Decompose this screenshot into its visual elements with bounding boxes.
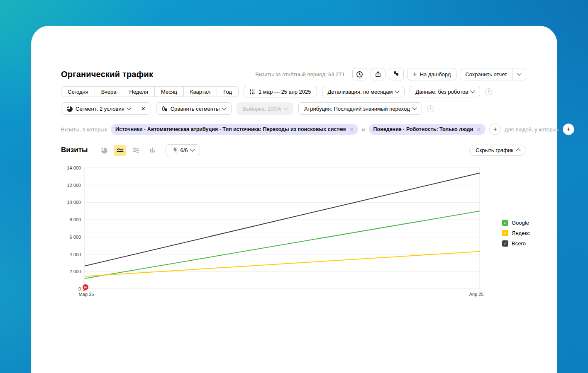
- segment-label: Сегмент: 2 условия: [76, 106, 124, 112]
- legend-checkbox-icon[interactable]: ✓: [502, 240, 508, 247]
- add-to-dashboard-label: На дашборд: [420, 71, 451, 78]
- column-chart-icon: [149, 147, 156, 153]
- segment-button[interactable]: Сегмент: 2 условия: [61, 103, 136, 114]
- segment-row: Сегмент: 2 условия ✕ Сравнить сегменты В…: [61, 103, 434, 114]
- chart-type-line-button[interactable]: [114, 145, 126, 156]
- tab-yesterday[interactable]: Вчера: [95, 86, 123, 97]
- save-report-button[interactable]: Сохранить отчет: [460, 68, 512, 80]
- chart-legend: ✓Google✓Яндекс✓Всего: [502, 220, 530, 247]
- chart-type-pie-button[interactable]: [98, 145, 110, 156]
- add-to-dashboard-button[interactable]: + На дашборд: [407, 68, 457, 80]
- series-line-яндекс[interactable]: [85, 252, 480, 276]
- save-report-dropdown-button[interactable]: [512, 68, 526, 80]
- close-icon: ✕: [141, 106, 146, 112]
- clock-icon: [356, 71, 363, 78]
- legend-item-яндекс[interactable]: ✓Яндекс: [502, 230, 530, 236]
- legend-label: Всего: [512, 240, 526, 247]
- filters-conjunction: и: [362, 126, 365, 133]
- legend-label: Google: [512, 220, 529, 226]
- data-dropdown[interactable]: Данные: без роботов: [410, 86, 480, 97]
- compare-segments-button[interactable]: Сравнить сегменты: [156, 102, 232, 115]
- help-icon[interactable]: ?: [485, 88, 492, 95]
- chevron-down-icon: [283, 105, 288, 110]
- comments-button[interactable]: [389, 68, 404, 80]
- legend-checkbox-icon[interactable]: ✓: [502, 230, 508, 236]
- filter-chip-label: Источники · Автоматическая атрибуция · Т…: [115, 126, 346, 132]
- tab-month[interactable]: Месяц: [154, 86, 184, 97]
- help-icon[interactable]: ?: [427, 105, 434, 112]
- tab-today[interactable]: Сегодня: [61, 86, 95, 97]
- y-tick-label: 8 000: [69, 217, 81, 222]
- chart-type-area-button[interactable]: [130, 145, 142, 156]
- plus-icon: +: [413, 70, 417, 78]
- visits-line-chart[interactable]: 02 0004 0006 0008 00010 00012 00014 000М…: [52, 165, 512, 303]
- tab-year[interactable]: Год: [217, 86, 239, 97]
- detail-label: Детализация: по месяцам: [328, 89, 393, 95]
- export-icon: [375, 71, 381, 78]
- line-chart-icon: [116, 147, 124, 153]
- note-marker[interactable]: Н: [83, 284, 88, 291]
- sampling-dropdown[interactable]: Выборка: 100%: [237, 102, 293, 115]
- report-card: Органический трафик Визиты за отчётный п…: [31, 26, 557, 373]
- series-line-google[interactable]: [85, 211, 480, 279]
- legend-item-google[interactable]: ✓Google: [502, 220, 530, 226]
- save-report-group: Сохранить отчет: [460, 68, 526, 80]
- chevron-down-icon: [517, 71, 521, 75]
- data-label: Данные: без роботов: [415, 89, 468, 95]
- period-row: Сегодня Вчера Неделя Месяц Квартал Год 1…: [61, 86, 492, 97]
- y-tick-label: 0: [78, 286, 81, 291]
- segment-clear-button[interactable]: ✕: [136, 103, 151, 114]
- pie-segment-icon: [66, 106, 73, 112]
- remove-filter-icon[interactable]: ✕: [476, 126, 481, 133]
- add-visit-condition-button[interactable]: +: [489, 124, 501, 135]
- date-range-label: 1 мар — 25 апр 2025: [259, 89, 311, 95]
- series-line-всего[interactable]: [85, 173, 480, 266]
- page-title: Органический трафик: [61, 70, 153, 79]
- metric-row: Визиты: [61, 144, 526, 156]
- history-button[interactable]: [352, 68, 367, 80]
- legend-label: Яндекс: [512, 230, 530, 236]
- y-tick-label: 12 000: [67, 183, 81, 188]
- date-range-button[interactable]: 1 мар — 25 апр 2025: [244, 86, 317, 97]
- annotations-count: 6/6: [180, 147, 188, 153]
- tab-quarter[interactable]: Квартал: [183, 86, 217, 97]
- calendar-grid-icon: [249, 89, 256, 95]
- comments-icon: [393, 71, 400, 78]
- compare-segments-label: Сравнить сегменты: [171, 106, 220, 112]
- filter-chip-label: Поведение · Роботность: Только люди: [373, 126, 473, 132]
- chart-type-columns-button[interactable]: [146, 145, 159, 156]
- legend-item-всего[interactable]: ✓Всего: [502, 240, 530, 247]
- chevron-down-icon: [190, 147, 195, 151]
- filters-row: Визиты, в которых Источники · Автоматиче…: [61, 124, 574, 135]
- chevron-down-icon: [395, 88, 400, 93]
- period-tabs: Сегодня Вчера Неделя Месяц Квартал Год: [61, 86, 239, 97]
- remove-filter-icon[interactable]: ✕: [349, 126, 354, 133]
- visits-period-meta: Визиты за отчётный период: 63 271: [255, 71, 344, 78]
- chevron-down-icon: [412, 105, 417, 110]
- segment-group: Сегмент: 2 условия ✕: [61, 102, 151, 115]
- legend-checkbox-icon[interactable]: ✓: [502, 220, 508, 226]
- attribution-dropdown[interactable]: Атрибуция: Последний значимый переход: [298, 102, 422, 115]
- x-tick-label: Апр 25: [469, 292, 484, 297]
- detail-dropdown[interactable]: Детализация: по месяцам: [322, 86, 405, 97]
- hide-chart-button[interactable]: Скрыть график: [469, 145, 526, 156]
- chevron-up-icon: [516, 148, 520, 153]
- y-tick-label: 10 000: [67, 200, 81, 205]
- add-user-condition-button[interactable]: +: [563, 124, 574, 135]
- y-tick-label: 14 000: [67, 165, 81, 170]
- svg-text:Н: Н: [84, 286, 87, 289]
- export-button[interactable]: [371, 68, 385, 80]
- annotations-dropdown[interactable]: 6/6: [166, 144, 200, 156]
- tab-week[interactable]: Неделя: [123, 86, 155, 97]
- filter-chip-sources[interactable]: Источники · Автоматическая атрибуция · Т…: [111, 124, 358, 135]
- filter-chip-behavior[interactable]: Поведение · Роботность: Только люди ✕: [369, 124, 486, 135]
- sampling-label: Выборка: 100%: [242, 106, 281, 112]
- y-tick-label: 6 000: [69, 235, 81, 240]
- compare-segments-icon: [162, 106, 168, 112]
- chart-area: 02 0004 0006 0008 00010 00012 00014 000М…: [52, 165, 512, 303]
- filters-prefix: Визиты, в которых: [61, 126, 107, 133]
- stacked-area-icon: [132, 147, 140, 153]
- save-report-label: Сохранить отчет: [465, 71, 507, 78]
- pie-chart-icon: [100, 147, 107, 154]
- y-tick-label: 4 000: [69, 252, 81, 257]
